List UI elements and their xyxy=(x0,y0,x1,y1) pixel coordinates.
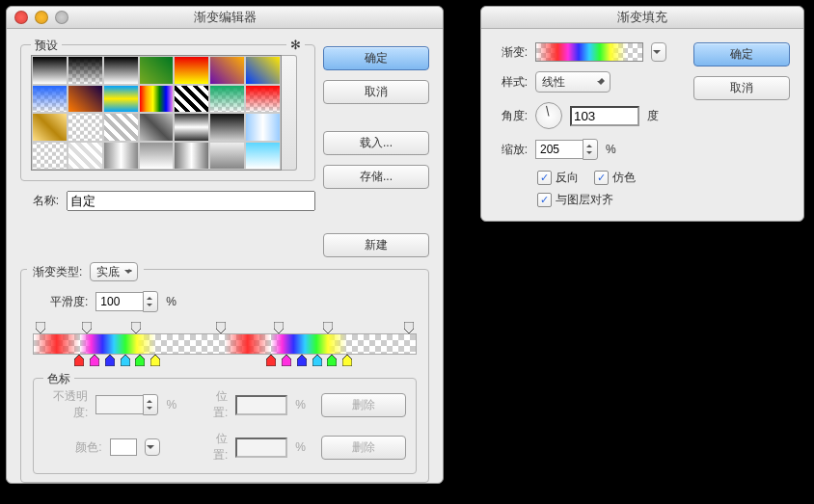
preset-swatch[interactable] xyxy=(245,56,281,85)
scale-input[interactable] xyxy=(535,140,583,159)
dither-checkbox[interactable]: ✓仿色 xyxy=(594,170,636,186)
preset-swatch[interactable] xyxy=(32,56,68,85)
color-stop-icon[interactable] xyxy=(135,355,145,366)
load-button[interactable]: 载入... xyxy=(323,131,429,155)
preset-swatch[interactable] xyxy=(103,113,139,142)
ok-button[interactable]: 确定 xyxy=(693,42,790,66)
color-stop-icon[interactable] xyxy=(150,355,160,366)
align-checkbox[interactable]: ✓与图层对齐 xyxy=(537,192,613,208)
name-label: 名称: xyxy=(20,193,59,209)
preset-grid[interactable] xyxy=(31,55,282,171)
color-well[interactable] xyxy=(110,438,138,456)
svg-marker-7 xyxy=(74,355,84,366)
opacity-stop-icon[interactable] xyxy=(82,322,92,333)
gradient-bar[interactable] xyxy=(33,333,417,355)
angle-input[interactable] xyxy=(570,106,639,126)
preset-swatch[interactable] xyxy=(103,56,139,85)
svg-marker-5 xyxy=(323,322,333,333)
smoothness-input[interactable] xyxy=(95,292,143,311)
scale-field[interactable] xyxy=(535,139,598,160)
delete-color-stop-button[interactable]: 删除 xyxy=(321,436,406,460)
preset-swatch[interactable] xyxy=(103,142,139,171)
color-stop-icon[interactable] xyxy=(312,355,322,366)
svg-marker-8 xyxy=(90,355,99,366)
opacity-value-field[interactable] xyxy=(95,394,158,415)
color-stops-track[interactable] xyxy=(33,355,417,368)
preset-swatch[interactable] xyxy=(32,142,68,171)
color-stop-icon[interactable] xyxy=(282,355,291,366)
preset-swatch[interactable] xyxy=(245,113,281,142)
opacity-input[interactable] xyxy=(95,395,143,414)
cancel-button[interactable]: 取消 xyxy=(693,76,790,100)
window-title: 渐变编辑器 xyxy=(7,9,443,26)
preset-swatch[interactable] xyxy=(139,56,175,85)
cancel-button[interactable]: 取消 xyxy=(323,80,429,104)
color-stop-icon[interactable] xyxy=(90,355,99,366)
pct-suffix: % xyxy=(606,143,616,156)
preset-swatch[interactable] xyxy=(209,113,245,142)
delete-opacity-stop-button[interactable]: 删除 xyxy=(321,393,406,417)
preset-swatch[interactable] xyxy=(245,85,281,114)
close-icon[interactable] xyxy=(14,11,28,24)
style-select[interactable]: 线性 xyxy=(535,71,610,93)
opacity-stop-icon[interactable] xyxy=(216,322,226,333)
color-stop-icon[interactable] xyxy=(121,355,130,366)
preset-swatch[interactable] xyxy=(32,85,68,114)
preset-swatch[interactable] xyxy=(68,142,103,171)
preset-swatch[interactable] xyxy=(68,113,103,142)
new-button[interactable]: 新建 xyxy=(323,233,429,257)
opacity-stop-icon[interactable] xyxy=(274,322,284,333)
opacity-stop-icon[interactable] xyxy=(131,322,141,333)
color-stop-icon[interactable] xyxy=(105,355,115,366)
save-button[interactable]: 存储... xyxy=(323,165,429,189)
preset-swatch[interactable] xyxy=(209,85,245,114)
zoom-icon[interactable] xyxy=(55,11,68,24)
opacity-stops-track[interactable] xyxy=(33,320,417,333)
name-input[interactable] xyxy=(67,191,315,211)
ok-button[interactable]: 确定 xyxy=(323,46,429,70)
preset-swatch[interactable] xyxy=(174,113,209,142)
preset-swatch[interactable] xyxy=(68,85,103,114)
color-stop-icon[interactable] xyxy=(74,355,84,366)
preset-swatch[interactable] xyxy=(245,142,281,171)
svg-marker-18 xyxy=(342,355,352,366)
stepper-icon[interactable] xyxy=(143,394,158,415)
reverse-checkbox[interactable]: ✓反向 xyxy=(537,170,579,186)
preset-swatch[interactable] xyxy=(209,142,245,171)
preset-swatch[interactable] xyxy=(174,56,209,85)
minimize-icon[interactable] xyxy=(35,11,48,24)
preset-swatch[interactable] xyxy=(174,142,209,171)
color-stop-icon[interactable] xyxy=(266,355,276,366)
preset-swatch[interactable] xyxy=(139,113,175,142)
preset-swatch[interactable] xyxy=(103,85,139,114)
preset-swatch[interactable] xyxy=(209,56,245,85)
svg-marker-15 xyxy=(297,355,307,366)
stepper-icon[interactable] xyxy=(583,139,598,160)
svg-marker-10 xyxy=(121,355,130,366)
color-stop-icon[interactable] xyxy=(327,355,337,366)
smoothness-label: 平滑度: xyxy=(50,294,88,310)
preset-swatch[interactable] xyxy=(68,56,103,85)
smoothness-field[interactable] xyxy=(95,291,158,312)
preset-swatch[interactable] xyxy=(32,113,68,142)
color-well-menu[interactable] xyxy=(145,438,160,456)
gradient-preview[interactable] xyxy=(535,42,643,62)
color-stop-icon[interactable] xyxy=(297,355,307,366)
gear-icon[interactable]: ✻ xyxy=(286,38,305,52)
opacity-stop-icon[interactable] xyxy=(36,322,45,333)
gradient-type-select[interactable]: 实底 xyxy=(90,262,138,281)
titlebar[interactable]: 渐变编辑器 xyxy=(7,7,443,29)
preset-swatch[interactable] xyxy=(174,85,209,114)
gradient-menu-icon[interactable] xyxy=(651,42,666,62)
color-location-input[interactable] xyxy=(235,438,287,458)
preset-scrollbar[interactable] xyxy=(282,55,297,171)
angle-dial[interactable] xyxy=(535,102,562,129)
opacity-location-input[interactable] xyxy=(235,395,287,415)
gradient-type-label: 渐变类型: xyxy=(33,265,82,279)
color-stop-icon[interactable] xyxy=(342,355,352,366)
preset-swatch[interactable] xyxy=(139,85,175,114)
preset-swatch[interactable] xyxy=(139,142,175,171)
opacity-stop-icon[interactable] xyxy=(323,322,333,333)
stepper-icon[interactable] xyxy=(143,291,158,312)
opacity-stop-icon[interactable] xyxy=(404,322,414,333)
